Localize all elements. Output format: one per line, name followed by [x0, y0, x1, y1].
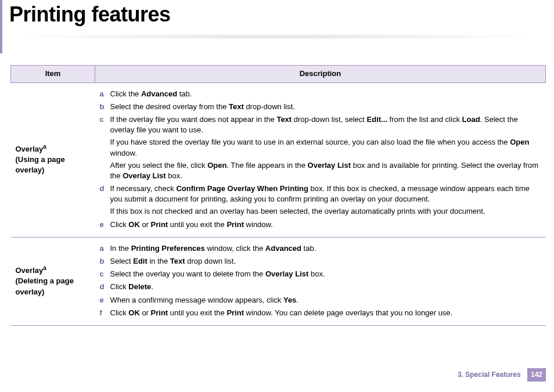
description-cell: aClick the Advanced tab.bSelect the desi…	[95, 82, 546, 237]
table-row: Overlaya(Deleting a page overlay)aIn the…	[11, 237, 546, 325]
step-continuation: If this box is not checked and an overla…	[110, 204, 541, 217]
step-marker: c	[100, 269, 108, 279]
step-marker: e	[100, 220, 108, 230]
footer-chapter: 3. Special Features	[458, 371, 521, 379]
th-description: Description	[95, 66, 546, 82]
list-item: cSelect the overlay you want to delete f…	[100, 268, 541, 280]
page-footer: 3. Special Features 142	[458, 368, 546, 382]
list-item: dClick Delete.	[100, 280, 541, 293]
step-continuation: After you select the file, click Open. T…	[110, 159, 541, 181]
step-marker: a	[100, 89, 108, 99]
step-marker: b	[100, 102, 108, 112]
step-marker: f	[100, 308, 108, 318]
features-table: Item Description Overlaya(Using a page o…	[10, 65, 546, 326]
table-row: Overlaya(Using a page overlay)aClick the…	[11, 82, 546, 237]
heading-shadow	[6, 34, 546, 39]
page-title: Printing features	[6, 0, 546, 29]
list-item: bSelect Edit in the Text drop down list.	[100, 255, 541, 268]
step-marker: b	[100, 256, 108, 267]
list-item: eClick OK or Print until you exit the Pr…	[100, 218, 541, 231]
step-marker: a	[100, 243, 108, 254]
step-marker: d	[100, 184, 108, 194]
list-item: aIn the Printing Preferences window, cli…	[100, 242, 541, 255]
item-cell: Overlaya(Using a page overlay)	[11, 82, 95, 237]
list-item: dIf necessary, check Confirm Page Overla…	[100, 182, 541, 218]
list-item: eWhen a confirming message window appear…	[100, 294, 541, 307]
step-marker: e	[100, 295, 108, 305]
description-cell: aIn the Printing Preferences window, cli…	[95, 237, 546, 325]
content-area: Item Description Overlaya(Using a page o…	[0, 65, 554, 326]
step-marker: c	[100, 114, 108, 125]
item-cell: Overlaya(Deleting a page overlay)	[11, 237, 95, 325]
list-item: cIf the overlay file you want does not a…	[100, 113, 541, 182]
list-item: bSelect the desired overlay from the Tex…	[100, 100, 541, 113]
step-continuation: If you have stored the overlay file you …	[110, 135, 541, 158]
list-item: fClick OK or Print until you exit the Pr…	[100, 307, 541, 319]
th-item: Item	[11, 66, 95, 82]
step-marker: d	[100, 282, 108, 292]
list-item: aClick the Advanced tab.	[100, 88, 541, 100]
footer-page-number: 142	[527, 368, 546, 382]
